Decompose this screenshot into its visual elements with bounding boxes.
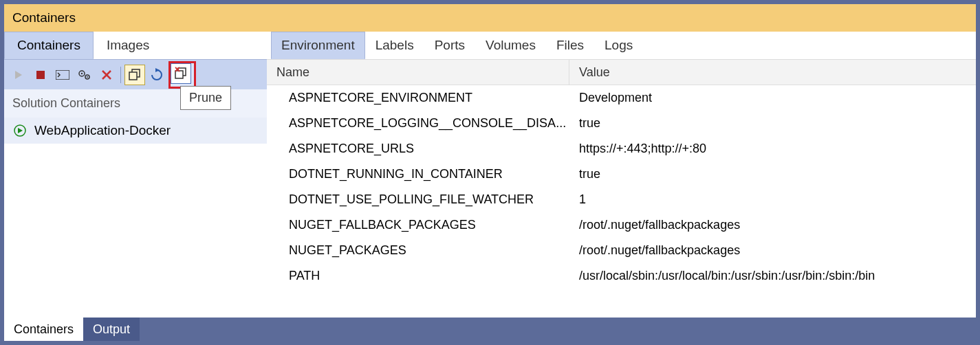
play-button[interactable] <box>8 65 29 85</box>
toolbar: Prune <box>4 59 267 89</box>
column-name[interactable]: Name <box>267 60 569 85</box>
prune-button-highlighted[interactable] <box>168 61 196 89</box>
tab-volumes[interactable]: Volumes <box>475 32 546 59</box>
terminal-icon <box>56 70 69 80</box>
x-icon <box>101 69 112 80</box>
svg-rect-1 <box>36 71 45 79</box>
bottom-tab-containers[interactable]: Containers <box>4 318 83 341</box>
play-icon <box>14 70 23 80</box>
prune-stopped-button[interactable] <box>124 65 145 85</box>
gear-icon <box>78 69 91 80</box>
tab-containers[interactable]: Containers <box>4 32 94 59</box>
svg-marker-17 <box>18 128 23 133</box>
svg-marker-11 <box>155 68 160 72</box>
detail-tabs: Environment Labels Ports Volumes Files L… <box>267 32 976 59</box>
column-value[interactable]: Value <box>569 65 976 80</box>
tab-labels[interactable]: Labels <box>365 32 424 59</box>
grid-body: ASPNETCORE_ENVIRONMENTDevelopment ASPNET… <box>267 85 976 318</box>
stop-button[interactable] <box>30 65 51 85</box>
container-item[interactable]: WebApplication-Docker <box>4 118 267 144</box>
right-pane: Environment Labels Ports Volumes Files L… <box>267 32 976 318</box>
table-row[interactable]: NUGET_FALLBACK_PACKAGES/root/.nuget/fall… <box>267 212 976 238</box>
svg-marker-0 <box>15 71 22 79</box>
tab-files[interactable]: Files <box>546 32 594 59</box>
tab-logs[interactable]: Logs <box>594 32 643 59</box>
settings-button[interactable] <box>74 65 95 85</box>
svg-rect-10 <box>129 72 137 80</box>
container-name: WebApplication-Docker <box>34 123 171 138</box>
refresh-button[interactable] <box>146 65 167 85</box>
left-pane: Containers Images <box>4 32 267 318</box>
table-row[interactable]: ASPNETCORE_URLShttps://+:443;http://+:80 <box>267 136 976 162</box>
delete-button[interactable] <box>96 65 117 85</box>
table-row[interactable]: ASPNETCORE_ENVIRONMENTDevelopment <box>267 85 976 111</box>
table-row[interactable]: DOTNET_USE_POLLING_FILE_WATCHER1 <box>267 187 976 212</box>
bottom-tabs: Containers Output <box>4 318 976 341</box>
table-row[interactable]: NUGET_PACKAGES/root/.nuget/fallbackpacka… <box>267 238 976 263</box>
tab-environment[interactable]: Environment <box>271 32 365 59</box>
terminal-button[interactable] <box>52 65 73 85</box>
svg-rect-2 <box>56 70 69 80</box>
stack-icon <box>129 69 141 81</box>
table-row[interactable]: DOTNET_RUNNING_IN_CONTAINERtrue <box>267 162 976 187</box>
stop-icon <box>36 70 45 80</box>
left-tabs: Containers Images <box>4 32 267 59</box>
containers-tool-window: Containers Containers Images <box>4 4 976 341</box>
svg-point-4 <box>81 72 83 74</box>
table-row[interactable]: PATH/usr/local/sbin:/usr/local/bin:/usr/… <box>267 263 976 289</box>
svg-rect-13 <box>175 71 183 78</box>
svg-point-6 <box>87 76 88 78</box>
tab-images[interactable]: Images <box>94 32 162 59</box>
prune-icon <box>174 67 188 80</box>
refresh-icon <box>150 68 164 82</box>
window-title-bar: Containers <box>4 4 976 32</box>
main-area: Containers Images <box>4 32 976 318</box>
prune-tooltip: Prune <box>180 86 231 110</box>
running-icon <box>14 124 26 137</box>
tab-ports[interactable]: Ports <box>424 32 475 59</box>
bottom-tab-output[interactable]: Output <box>83 318 140 341</box>
grid-header: Name Value <box>267 59 976 85</box>
window-title: Containers <box>12 10 76 25</box>
table-row[interactable]: ASPNETCORE_LOGGING__CONSOLE__DISA...true <box>267 111 976 136</box>
toolbar-separator <box>120 67 121 83</box>
